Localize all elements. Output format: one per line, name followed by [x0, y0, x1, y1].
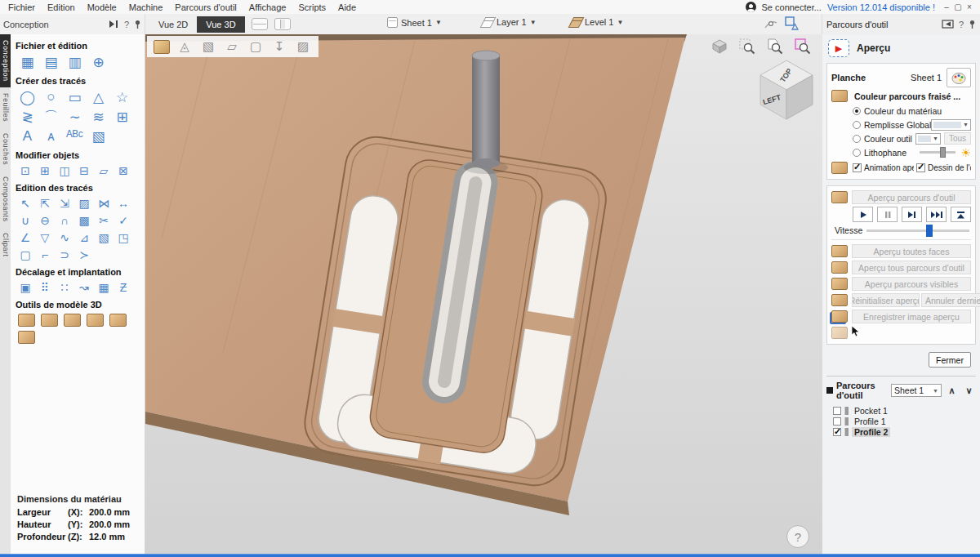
version-update-link[interactable]: Version 12.014 disponible !	[827, 2, 935, 12]
toggle-wireframe-icon[interactable]: ▢	[247, 38, 265, 55]
offset-vectors-icon[interactable]: ⊿	[74, 229, 94, 246]
animation-checkbox[interactable]	[853, 163, 862, 172]
toolpath-row[interactable]: Profile 2	[826, 426, 976, 437]
draw-text-icon[interactable]: A	[16, 127, 39, 146]
draw-arc-icon[interactable]: ⌒	[39, 107, 63, 127]
radio-icon[interactable]	[853, 107, 861, 115]
split-component-icon[interactable]	[41, 314, 58, 327]
toolpath-name[interactable]: Profile 1	[852, 417, 889, 426]
toolpath-row[interactable]: Profile 1	[826, 416, 976, 426]
boolean-subtract-icon[interactable]: ⊖	[35, 212, 55, 229]
radio-global-fill[interactable]: Remplisse Global ▼	[853, 118, 971, 131]
zoom-drawing-icon[interactable]	[767, 38, 783, 56]
add-component-icon[interactable]	[18, 314, 35, 327]
offset-icon[interactable]: ▣	[16, 278, 35, 296]
close-vectors-icon[interactable]: ✓	[114, 212, 133, 229]
draw-star-icon[interactable]: ☆	[110, 87, 134, 107]
toggle-bitmaps-icon[interactable]: ▧	[199, 38, 217, 55]
pause-button[interactable]	[877, 207, 898, 222]
run-to-end-button[interactable]	[951, 207, 971, 222]
draw-curve-icon[interactable]: ∼	[63, 107, 87, 127]
array-copy-icon[interactable]: ⠿	[35, 278, 55, 296]
smooth-curve-icon[interactable]: ∿	[55, 229, 74, 246]
toolpath-name[interactable]: Profile 2	[852, 427, 890, 437]
trace-bitmap-icon[interactable]: ▧	[94, 229, 114, 246]
snap-node-icon[interactable]	[764, 18, 777, 30]
set-size-icon[interactable]: ⊞	[35, 162, 55, 179]
group-objects-icon[interactable]: ◳	[114, 229, 133, 246]
round-rect-icon[interactable]: ▢	[16, 246, 35, 263]
toggle-material-icon[interactable]	[154, 40, 170, 54]
tool-color-dropdown[interactable]: ▼	[915, 133, 941, 145]
pin-icon[interactable]	[134, 20, 141, 29]
nesting-icon[interactable]: ▦	[94, 278, 114, 296]
toolpath-row[interactable]: Pocket 1	[826, 405, 976, 416]
move-toolpath-up-button[interactable]: ∧	[945, 384, 959, 397]
smooth-component-icon[interactable]	[87, 314, 104, 327]
menu-item[interactable]: Aide	[338, 2, 356, 12]
move-toolpath-down-button[interactable]: ∨	[962, 384, 976, 397]
boolean-union-icon[interactable]: ∪	[16, 212, 35, 229]
play-button[interactable]	[853, 207, 873, 222]
open-curve-icon[interactable]: ⌐	[35, 246, 55, 263]
preview-toolpath-button[interactable]: Aperçu parcours d'outil	[852, 190, 971, 204]
zoom-selection-icon[interactable]	[739, 38, 755, 56]
preview-visible-button[interactable]: Aperçu parcours visibles	[852, 277, 971, 291]
drape-vectors-icon[interactable]: ↧	[270, 38, 288, 55]
toolpath-visibility-checkbox[interactable]	[833, 417, 841, 426]
text-layout-icon[interactable]: Ƶ	[114, 278, 133, 296]
distribute-objects-icon[interactable]: ⊟	[74, 162, 94, 179]
select-cursor-icon[interactable]: ↖	[16, 194, 35, 212]
help-icon[interactable]: ?	[959, 20, 964, 29]
split-horizontal-icon[interactable]	[252, 18, 268, 30]
3d-viewport[interactable]: ◬▧▱▢↧▨	[145, 34, 822, 557]
toolpath-visibility-checkbox[interactable]	[833, 428, 841, 436]
isometric-view-icon[interactable]	[711, 38, 728, 56]
view-cube[interactable]: TOP LEFT	[755, 57, 817, 124]
reset-preview-button[interactable]: Réinitialiser aperçu	[852, 293, 920, 307]
sign-in-link[interactable]: Se connecter...	[762, 2, 822, 12]
sharpen-icon[interactable]: ≻	[74, 246, 94, 263]
collapse-panel-icon[interactable]	[109, 20, 119, 29]
draw-polyline-icon[interactable]: ≷	[16, 107, 39, 127]
split-vertical-icon[interactable]	[274, 18, 291, 30]
weld-shapes-icon[interactable]: ⋈	[94, 194, 114, 212]
close-icon[interactable]: ×	[964, 2, 975, 11]
draw-polygon-icon[interactable]: △	[87, 87, 110, 107]
menu-item[interactable]: Parcours d'outil	[175, 2, 236, 12]
v-notch-icon[interactable]: ▽	[35, 229, 55, 246]
radio-icon[interactable]	[853, 121, 861, 129]
job-setup-icon[interactable]: ▦	[16, 52, 39, 72]
step-button[interactable]	[902, 207, 922, 222]
minimize-icon[interactable]: –	[941, 2, 952, 11]
restore-icon[interactable]: ▢	[952, 2, 964, 11]
toggle-material-plane-icon[interactable]: ▱	[223, 38, 241, 55]
menu-item[interactable]: Fichier	[8, 2, 35, 12]
tool-drawing-checkbox[interactable]	[916, 163, 925, 172]
draw-dimension-icon[interactable]: ⊞	[110, 107, 134, 127]
move-objects-icon[interactable]: ⊡	[16, 162, 35, 179]
radio-tool-color[interactable]: Couleur outil ▼ Tous	[853, 132, 971, 145]
zoom-material-icon[interactable]	[795, 38, 811, 56]
text-on-curve-icon[interactable]: ᴬᴮᶜ	[63, 127, 87, 146]
close-curve-icon[interactable]: ⊃	[55, 246, 74, 263]
snap-geometry-icon[interactable]	[785, 16, 800, 31]
layer-selector[interactable]: Layer 1▼	[482, 17, 537, 27]
select-move-icon[interactable]: ⇲	[55, 194, 74, 212]
pin-icon[interactable]	[969, 20, 976, 29]
menu-item[interactable]: Scripts	[298, 2, 326, 12]
select-add-icon[interactable]: ⇱	[35, 194, 55, 212]
draw-circle-icon[interactable]: ◯	[16, 87, 39, 107]
toolpath-sheet-dropdown[interactable]: Sheet 1▼	[891, 384, 942, 397]
view-tab[interactable]: Vue 3D	[197, 16, 244, 33]
radio-icon[interactable]	[853, 135, 861, 143]
stack-components-icon[interactable]	[64, 314, 81, 327]
dock-panel-icon[interactable]	[942, 20, 954, 29]
fast-forward-button[interactable]	[926, 207, 947, 222]
circular-copy-icon[interactable]: ∷	[55, 278, 74, 296]
viewport-help-button[interactable]: ?	[786, 525, 809, 548]
menu-item[interactable]: Affichage	[249, 2, 287, 12]
fillet-corner-icon[interactable]: ∠	[16, 229, 35, 246]
boolean-intersect-icon[interactable]: ∩	[55, 212, 74, 229]
hatch-fill-icon[interactable]: ▩	[74, 212, 94, 229]
